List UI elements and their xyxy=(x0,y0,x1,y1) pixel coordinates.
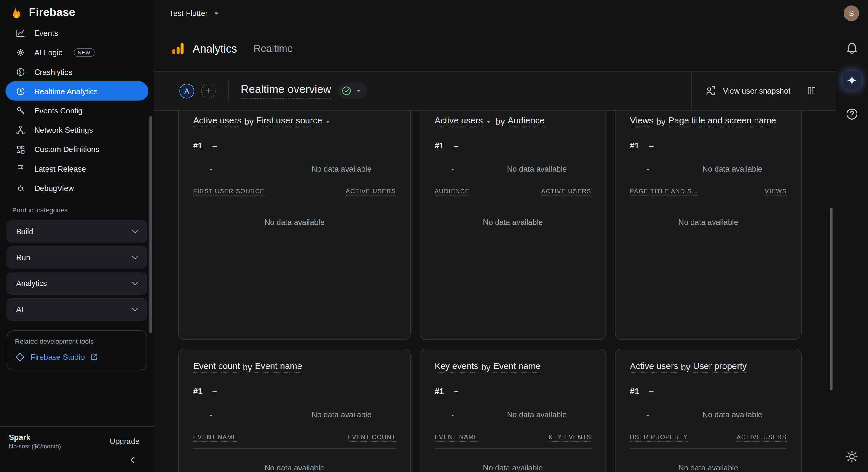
rank-label: #1 xyxy=(630,386,639,396)
table-empty-state: No data available xyxy=(435,218,591,226)
metric-link[interactable]: Event count xyxy=(193,361,240,373)
column-header[interactable]: PAGE TITLE AND S… xyxy=(630,188,698,196)
dimension-link[interactable]: Audience xyxy=(508,116,545,127)
item-no-data: No data available xyxy=(507,410,567,419)
sidebar-item-ai-logic[interactable]: AI Logic NEW xyxy=(5,42,148,62)
rank-row: #1 – xyxy=(193,386,396,396)
sidebar-item-realtime-analytics[interactable]: Realtime Analytics xyxy=(5,82,148,101)
sidebar-item-debugview[interactable]: DebugView xyxy=(5,178,148,198)
firebase-flame-icon xyxy=(10,5,23,19)
content-scrollbar[interactable] xyxy=(830,208,832,390)
category-ai[interactable]: AI xyxy=(7,298,147,320)
theme-toggle-sun-icon[interactable] xyxy=(845,450,859,463)
column-header[interactable]: EVENT NAME xyxy=(435,433,478,442)
sidebar-item-label: DebugView xyxy=(34,184,74,192)
column-header[interactable]: ACTIVE USERS xyxy=(541,188,591,196)
help-icon[interactable] xyxy=(845,107,859,121)
clock-icon xyxy=(16,86,25,96)
project-selector[interactable]: Test Flutter xyxy=(169,9,221,18)
top-item-row: - No data available xyxy=(193,164,396,173)
report-status-pill[interactable] xyxy=(338,83,368,99)
page-title[interactable]: Realtime overview xyxy=(241,83,331,98)
column-header[interactable]: EVENT COUNT xyxy=(347,433,396,442)
main-area: Test Flutter S Analytics Realtime A xyxy=(154,0,868,472)
metric-link[interactable]: Views xyxy=(630,116,653,127)
vertical-divider xyxy=(228,80,229,101)
dimension-link[interactable]: Event name xyxy=(255,361,302,373)
key-icon xyxy=(16,105,25,115)
upgrade-button[interactable]: Upgrade xyxy=(104,432,145,450)
columns-layout-icon[interactable] xyxy=(806,85,817,96)
dimension-link[interactable]: User property xyxy=(693,361,747,373)
content-column: Analytics Realtime A Realtime overview xyxy=(154,27,836,472)
sidebar-item-crashlytics[interactable]: Crashlytics xyxy=(5,62,148,81)
card-views-by-page-title: Views by Page title and screen name #1 –… xyxy=(615,111,802,340)
cards-grid: Active users by First user source #1 – - xyxy=(178,111,802,472)
column-header[interactable]: KEY EVENTS xyxy=(549,433,591,442)
crashlytics-icon xyxy=(16,67,25,77)
metric-link[interactable]: Active users xyxy=(630,361,678,373)
sidebar-item-events-config[interactable]: Events Config xyxy=(5,101,148,120)
comparison-avatar[interactable]: A xyxy=(179,83,194,98)
category-label: Analytics xyxy=(16,279,47,288)
dimension-link[interactable]: First user source xyxy=(256,116,322,127)
sidebar-item-network-settings[interactable]: Network Settings xyxy=(5,120,148,139)
notifications-bell-icon[interactable] xyxy=(845,41,859,54)
dimension-link[interactable]: Event name xyxy=(493,361,540,373)
item-value: - xyxy=(210,410,213,419)
view-user-snapshot-button[interactable]: View user snapshot xyxy=(723,86,791,95)
sidebar-item-label: Network Settings xyxy=(34,125,93,134)
table-header: AUDIENCE ACTIVE USERS xyxy=(435,188,591,203)
line-chart-icon xyxy=(16,28,25,38)
collapse-sidebar-icon[interactable] xyxy=(127,454,138,466)
category-run[interactable]: Run xyxy=(7,246,147,268)
firebase-brand[interactable]: Firebase xyxy=(0,0,154,22)
dimension-caret-icon[interactable] xyxy=(324,117,332,126)
dimension-link[interactable]: Page title and screen name xyxy=(668,116,776,127)
card-active-users-by-first-user-source: Active users by First user source #1 – - xyxy=(178,111,411,340)
category-analytics[interactable]: Analytics xyxy=(7,272,147,294)
related-tools-label: Related development tools xyxy=(15,338,139,346)
item-no-data: No data available xyxy=(702,164,762,173)
metric-caret-icon[interactable] xyxy=(485,117,493,126)
section-realtime[interactable]: Realtime xyxy=(253,43,293,55)
chevron-down-icon xyxy=(130,279,140,288)
by-text: by xyxy=(481,362,490,372)
sidebar-item-custom-definitions[interactable]: Custom Definitions xyxy=(5,139,148,159)
card-title: Key events by Event name xyxy=(435,361,591,373)
category-build[interactable]: Build xyxy=(7,220,147,242)
table-empty-state: No data available xyxy=(435,463,591,472)
brand-name: Firebase xyxy=(29,6,75,19)
table-empty-state: No data available xyxy=(630,463,786,472)
column-header[interactable]: EVENT NAME xyxy=(193,433,237,442)
rank-value: – xyxy=(213,140,217,150)
sidebar-item-latest-release[interactable]: Latest Release xyxy=(5,159,148,178)
column-header[interactable]: AUDIENCE xyxy=(435,188,470,196)
project-caret-icon xyxy=(212,9,221,18)
sidebar-item-events[interactable]: Events xyxy=(5,23,148,42)
column-header[interactable]: USER PROPERTY xyxy=(630,433,687,442)
column-header[interactable]: ACTIVE USERS xyxy=(346,188,396,196)
rank-label: #1 xyxy=(630,140,639,150)
sidebar-nav: Events AI Logic NEW Crashlytics Realtime… xyxy=(0,22,154,197)
sidebar-bottom: Spark No-cost ($0/month) Upgrade xyxy=(0,426,154,472)
column-header[interactable]: FIRST USER SOURCE xyxy=(193,188,265,196)
table-empty-state: No data available xyxy=(193,463,396,472)
firebase-console: Firebase Events AI Logic NEW Crashlytics… xyxy=(0,0,868,472)
column-header[interactable]: ACTIVE USERS xyxy=(737,433,787,442)
sidebar-scrollbar[interactable] xyxy=(149,116,152,333)
page-header-left: A Realtime overview xyxy=(154,71,691,110)
metric-link[interactable]: Key events xyxy=(435,361,478,373)
add-comparison-button[interactable] xyxy=(201,83,216,98)
metric-link[interactable]: Active users xyxy=(193,116,242,127)
account-avatar[interactable]: S xyxy=(843,5,859,21)
rank-label: #1 xyxy=(435,140,444,150)
firebase-studio-link[interactable]: Firebase Studio xyxy=(15,352,139,362)
gemini-assistant-button[interactable] xyxy=(843,71,861,90)
column-header[interactable]: VIEWS xyxy=(765,188,786,196)
category-label: Run xyxy=(16,253,30,262)
card-event-count-by-event-name: Event count by Event name #1 – - No data… xyxy=(178,349,411,472)
item-no-data: No data available xyxy=(702,410,762,419)
metric-link[interactable]: Active users xyxy=(435,116,483,127)
flag-icon xyxy=(16,164,25,174)
